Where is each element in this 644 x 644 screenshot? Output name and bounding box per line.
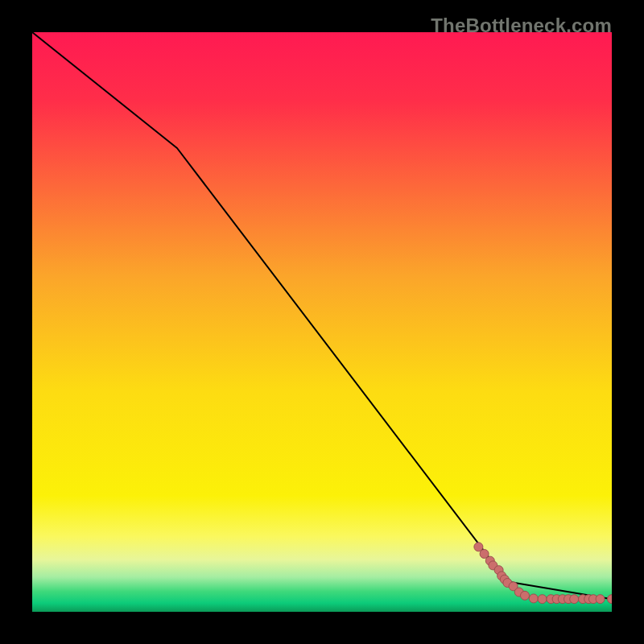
chart-stage: TheBottleneck.com [0,0,644,644]
data-point [521,591,530,600]
watermark-label: TheBottleneck.com [431,14,612,37]
data-point [570,595,579,604]
data-point [529,594,538,603]
plot-area [32,32,612,612]
chart-svg [32,32,612,612]
data-point [538,595,547,604]
data-point [596,595,605,604]
chart-background [32,32,612,612]
